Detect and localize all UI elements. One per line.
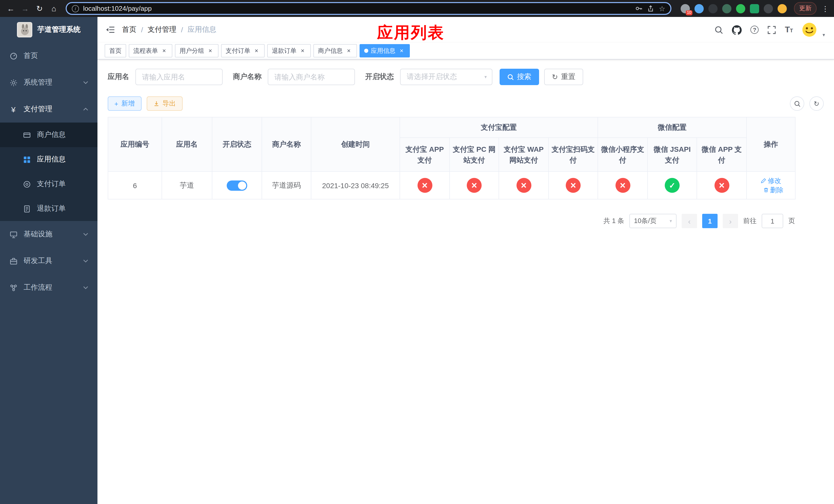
cross-icon: × — [417, 178, 432, 193]
password-key-icon[interactable] — [635, 5, 643, 12]
address-bar[interactable]: i localhost:1024/pay/app ☆ — [66, 2, 672, 15]
tab-close-icon[interactable]: × — [207, 47, 214, 54]
sidebar-item-app-info[interactable]: 应用信息 — [0, 147, 97, 172]
grid-icon — [23, 155, 31, 164]
tab-app-info[interactable]: 应用信息 × — [359, 44, 410, 58]
extension-icon[interactable] — [722, 4, 731, 13]
tab-merchant-info[interactable]: 商户信息 × — [313, 44, 357, 58]
table-row: 6 芋道 芋道源码 2021-10-23 08:49:25 × × × × × … — [108, 171, 795, 199]
share-icon[interactable] — [647, 5, 655, 12]
sidebar: 芋道管理系统 首页 系统管理 ¥ 支付管理 — [0, 17, 97, 504]
sidebar-item-infra[interactable]: 基础设施 — [0, 221, 97, 248]
sidebar-item-payment[interactable]: ¥ 支付管理 — [0, 96, 97, 122]
user-avatar[interactable] — [802, 22, 817, 38]
merchant-name-input[interactable] — [268, 69, 355, 85]
sidebar-item-merchant-info[interactable]: 商户信息 — [0, 122, 97, 147]
extension-icon[interactable] — [777, 4, 787, 13]
export-button[interactable]: 导出 — [147, 96, 182, 111]
status-select[interactable]: 请选择开启状态 ▾ — [400, 69, 492, 85]
bookmark-star-icon[interactable]: ☆ — [659, 4, 665, 13]
tab-refund-order[interactable]: 退款订单 × — [267, 44, 311, 58]
tab-label: 首页 — [109, 46, 122, 55]
user-dropdown-caret-icon[interactable]: ▼ — [822, 32, 826, 37]
cell-alipay-pc: × — [449, 171, 499, 199]
cell-actions: 修改 删除 — [747, 171, 795, 199]
app-name-label: 应用名 — [108, 72, 129, 82]
search-icon[interactable] — [715, 25, 723, 34]
back-button[interactable]: ← — [4, 2, 18, 15]
cell-status — [212, 171, 262, 199]
card-icon — [23, 131, 31, 139]
extension-icon[interactable] — [750, 4, 759, 13]
extension-icon[interactable] — [736, 4, 745, 13]
sidebar-item-devtools[interactable]: 研发工具 — [0, 248, 97, 274]
extension-icon[interactable] — [708, 4, 718, 13]
cell-app-name: 芋道 — [162, 171, 212, 199]
enabled-toggle[interactable] — [227, 180, 247, 190]
prev-page-button[interactable]: ‹ — [682, 214, 697, 228]
tab-home[interactable]: 首页 — [105, 44, 126, 58]
browser-window: ← → ↻ ⌂ i localhost:1024/pay/app ☆ 10 — [0, 0, 834, 504]
tab-close-icon[interactable]: × — [398, 47, 405, 54]
edit-link[interactable]: 修改 — [761, 176, 781, 185]
search-button[interactable]: 搜索 — [500, 69, 539, 85]
breadcrumb-home[interactable]: 首页 — [122, 25, 136, 35]
extension-icon[interactable] — [764, 4, 773, 13]
col-header-alipay-pc: 支付宝 PC 网站支付 — [449, 138, 499, 171]
sidebar-item-label: 应用信息 — [37, 155, 66, 164]
browser-menu-icon[interactable]: ⋮ — [821, 4, 830, 13]
col-header-alipay-wap: 支付宝 WAP 网站支付 — [499, 138, 549, 171]
browser-update-button[interactable]: 更新 — [794, 2, 816, 15]
page-size-select[interactable]: 10条/页 ▾ — [629, 214, 677, 228]
tab-close-icon[interactable]: × — [299, 47, 306, 54]
tab-close-icon[interactable]: × — [160, 47, 168, 54]
sidebar-item-refund-order[interactable]: 退款订单 — [0, 197, 97, 221]
fullscreen-icon[interactable] — [767, 25, 776, 34]
extension-icon[interactable]: 10 — [681, 4, 690, 13]
help-icon[interactable]: ? — [750, 26, 759, 34]
tab-user-group[interactable]: 用户分组 × — [175, 44, 219, 58]
reset-button[interactable]: ↻ 重置 — [544, 69, 583, 85]
dashboard-icon — [9, 52, 18, 60]
forward-button[interactable]: → — [19, 2, 32, 15]
extension-icon[interactable] — [695, 4, 704, 13]
tab-pay-order[interactable]: 支付订单 × — [221, 44, 265, 58]
add-button[interactable]: + 新增 — [108, 96, 141, 111]
main-area: 应用列表 首页 / 支付管理 / 应用信息 — [97, 17, 834, 504]
tab-close-icon[interactable]: × — [345, 47, 352, 54]
page-number-1[interactable]: 1 — [702, 214, 718, 228]
page-size-value: 10条/页 — [634, 216, 657, 226]
next-page-button[interactable]: › — [723, 214, 738, 228]
workflow-icon — [9, 283, 18, 292]
cell-alipay-app: × — [400, 171, 449, 199]
order-icon — [23, 180, 31, 188]
app-name-input[interactable] — [135, 69, 223, 85]
refresh-icon: ↻ — [552, 73, 558, 81]
tab-close-icon[interactable]: × — [253, 47, 260, 54]
app-logo[interactable]: 芋道管理系统 — [0, 17, 97, 43]
font-size-icon[interactable]: TT — [785, 26, 793, 34]
pagination: 共 1 条 10条/页 ▾ ‹ 1 › 前往 页 — [108, 214, 795, 228]
delete-link[interactable]: 删除 — [763, 185, 784, 194]
reload-button[interactable]: ↻ — [33, 2, 46, 15]
edit-link-label: 修改 — [768, 176, 781, 185]
sidebar-item-label: 首页 — [24, 51, 38, 61]
tab-process-form[interactable]: 流程表单 × — [129, 44, 172, 58]
sidebar-item-workflow[interactable]: 工作流程 — [0, 274, 97, 301]
cell-wx-mini: × — [598, 171, 648, 199]
payment-submenu: 商户信息 应用信息 支付订单 — [0, 122, 97, 221]
breadcrumb-payment[interactable]: 支付管理 — [148, 25, 176, 35]
col-header-id: 应用编号 — [108, 117, 162, 171]
goto-page-input[interactable] — [762, 214, 783, 228]
sidebar-item-home[interactable]: 首页 — [0, 43, 97, 69]
sidebar-item-pay-order[interactable]: 支付订单 — [0, 172, 97, 197]
hide-search-button[interactable] — [790, 96, 804, 111]
sidebar-item-system[interactable]: 系统管理 — [0, 69, 97, 96]
sidebar-item-label: 基础设施 — [24, 230, 52, 239]
sidebar-toggle-icon[interactable] — [106, 26, 115, 34]
home-button[interactable]: ⌂ — [47, 2, 61, 15]
col-header-wx-jsapi: 微信 JSAPI 支付 — [648, 138, 697, 171]
site-info-icon[interactable]: i — [72, 5, 79, 12]
refresh-table-button[interactable]: ↻ — [809, 96, 824, 111]
github-icon[interactable] — [732, 25, 742, 35]
